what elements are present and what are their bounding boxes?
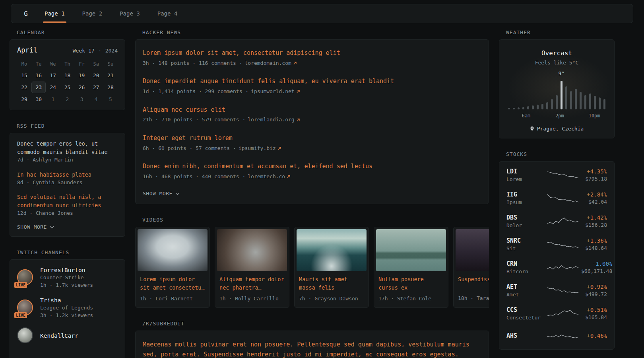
hn-item-title[interactable]: Aliquam nec cursus elit bbox=[143, 105, 481, 115]
rss-item[interactable]: Sed volutpat nulla nisl, a condimentum n… bbox=[17, 193, 118, 217]
video-card[interactable]: Mauris sit amet massa felis 7h · Grayson… bbox=[294, 227, 369, 308]
twitch-widget: TWITCH CHANNELS LIVE ForrestBurton Count… bbox=[10, 249, 125, 358]
tab-page-2[interactable]: Page 2 bbox=[74, 4, 111, 23]
video-thumbnail[interactable] bbox=[376, 229, 446, 271]
calendar-day[interactable]: 5 bbox=[103, 93, 118, 105]
stock-change: +0.46% bbox=[581, 333, 607, 339]
stock-row[interactable]: IIGIpsum+2.84%$42.04 bbox=[499, 187, 614, 210]
calendar-day[interactable]: 23 bbox=[31, 82, 46, 93]
twitch-channel[interactable]: LIVE Trisha League of Legends 3h · 1.2k … bbox=[17, 297, 118, 319]
video-card[interactable]: Suspendisse diam 18h · Tara bbox=[453, 227, 489, 308]
video-thumbnail[interactable] bbox=[217, 229, 287, 271]
avatar: LIVE bbox=[17, 269, 35, 287]
hn-item-title[interactable]: Donec imperdiet augue tincidunt felis al… bbox=[143, 77, 481, 86]
channel-name[interactable]: Trisha bbox=[40, 297, 93, 304]
channel-name[interactable]: ForrestBurton bbox=[40, 267, 93, 273]
video-title[interactable]: Lorem ipsum dolor sit amet consectetu… bbox=[140, 275, 205, 292]
channel-name[interactable]: KendallCarr bbox=[40, 333, 78, 339]
stock-symbol: DBS bbox=[506, 214, 545, 221]
video-title[interactable]: Mauris sit amet massa felis bbox=[299, 275, 364, 292]
rss-show-more-button[interactable]: SHOW MORE bbox=[17, 224, 118, 230]
stock-info: CRNBitcorn bbox=[506, 260, 545, 274]
calendar-day[interactable]: 28 bbox=[103, 82, 118, 93]
calendar-day[interactable]: 21 bbox=[103, 70, 118, 81]
video-title[interactable]: Aliquam tempor dolor nec pharetra… bbox=[219, 275, 285, 292]
stock-row[interactable]: SNRCSit+1.36%$148.64 bbox=[499, 233, 614, 256]
calendar-day[interactable]: 18 bbox=[60, 70, 74, 81]
hn-domain-link[interactable]: loremtech.co bbox=[248, 173, 291, 181]
hn-item-title[interactable]: Lorem ipsum dolor sit amet, consectetur … bbox=[143, 49, 481, 58]
hn-domain-link[interactable]: ipsumworld.net bbox=[251, 88, 300, 95]
stock-row[interactable]: LDILorem+4.35%$795.18 bbox=[499, 163, 614, 187]
rss-item-title[interactable]: Donec tempor eros leo, ut commodo mauris… bbox=[17, 140, 118, 156]
calendar-day[interactable]: 20 bbox=[89, 70, 103, 81]
hn-show-more-button[interactable]: SHOW MORE bbox=[143, 191, 481, 197]
video-card[interactable]: Aliquam tempor dolor nec pharetra… 1h · … bbox=[215, 227, 289, 308]
reddit-post-title[interactable]: Maecenas mollis pulvinar erat non posuer… bbox=[143, 340, 481, 358]
video-thumbnail[interactable] bbox=[138, 229, 208, 271]
weather-location-label: Prague, Czechia bbox=[537, 126, 584, 132]
calendar-week: Week 17 bbox=[73, 48, 95, 54]
calendar-day[interactable]: 2 bbox=[60, 93, 74, 105]
calendar-day[interactable]: 25 bbox=[60, 82, 74, 93]
stock-change: +0.51% bbox=[581, 307, 607, 313]
hn-domain-link[interactable]: loremlandia.org bbox=[248, 116, 300, 124]
hn-item-title[interactable]: Donec enim nibh, condimentum et accumsan… bbox=[143, 162, 481, 171]
hn-domain-link[interactable]: ipsumify.biz bbox=[239, 145, 281, 152]
calendar-day[interactable]: 22 bbox=[17, 82, 31, 93]
video-card[interactable]: Nullam posuere cursus ex 17h · Stefan Co… bbox=[374, 227, 448, 308]
stock-symbol: LDI bbox=[506, 168, 545, 175]
calendar-day[interactable]: 29 bbox=[17, 93, 31, 105]
stock-row[interactable]: AETAmet+0.92%$499.72 bbox=[499, 279, 614, 302]
hackernews-card: Lorem ipsum dolor sit amet, consectetur … bbox=[135, 39, 489, 204]
calendar-day[interactable]: 17 bbox=[46, 70, 60, 81]
video-card[interactable]: Lorem ipsum dolor sit amet consectetu… 1… bbox=[135, 227, 210, 308]
rss-item[interactable]: In hac habitasse platea 8d · Cynthia Sau… bbox=[17, 171, 118, 187]
stock-info: AETAmet bbox=[506, 283, 545, 298]
calendar-day[interactable]: 4 bbox=[89, 93, 103, 105]
tab-page-1[interactable]: Page 1 bbox=[36, 4, 74, 23]
tab-page-3[interactable]: Page 3 bbox=[111, 4, 149, 23]
stock-symbol: AHS bbox=[506, 332, 545, 339]
stock-row[interactable]: DBSDolor+1.42%$156.28 bbox=[499, 210, 614, 233]
calendar-day[interactable]: 27 bbox=[89, 82, 103, 93]
stock-row[interactable]: CCSConsectetur+0.51%$165.84 bbox=[499, 302, 614, 325]
video-title[interactable]: Nullam posuere cursus ex bbox=[378, 275, 444, 292]
stock-name: Bitcorn bbox=[506, 268, 545, 274]
calendar-week-year: Week 17 · 2024 bbox=[73, 47, 118, 54]
calendar-day[interactable]: 19 bbox=[75, 70, 89, 81]
hn-item-title[interactable]: Integer eget rutrum lorem bbox=[143, 134, 481, 143]
tab-page-4[interactable]: Page 4 bbox=[149, 4, 186, 23]
calendar-day[interactable]: 1 bbox=[46, 93, 60, 105]
calendar-day[interactable]: 30 bbox=[31, 93, 46, 105]
rss-item-title[interactable]: In hac habitasse platea bbox=[17, 171, 118, 179]
weather-bar bbox=[513, 108, 515, 109]
live-badge: LIVE bbox=[14, 282, 27, 288]
calendar-day[interactable]: 16 bbox=[31, 70, 46, 81]
calendar-day[interactable]: 3 bbox=[75, 93, 89, 105]
weather-bar bbox=[594, 96, 596, 109]
calendar-day[interactable]: 26 bbox=[75, 82, 89, 93]
left-column: CALENDAR April Week 17 · 2024 MoTuWeThFr… bbox=[10, 29, 125, 358]
video-thumbnail[interactable] bbox=[297, 229, 367, 271]
rss-item[interactable]: Donec tempor eros leo, ut commodo mauris… bbox=[17, 140, 118, 164]
stock-row[interactable]: AHS+0.46% bbox=[499, 325, 614, 347]
stock-numbers: +1.42%$156.28 bbox=[581, 214, 607, 228]
stock-row[interactable]: CRNBitcorn-1.00%$66,171.48 bbox=[499, 256, 614, 279]
calendar-day[interactable]: 15 bbox=[17, 70, 31, 81]
video-thumbnail[interactable] bbox=[456, 229, 489, 271]
video-title[interactable]: Suspendisse diam bbox=[458, 275, 489, 292]
live-badge: LIVE bbox=[14, 312, 27, 318]
stock-change: +1.36% bbox=[581, 237, 607, 244]
hn-domain-link[interactable]: loremdomain.com bbox=[244, 60, 297, 67]
stock-sparkline bbox=[545, 329, 581, 343]
avatar: LIVE bbox=[17, 300, 35, 317]
stock-numbers: -1.00%$66,171.48 bbox=[581, 261, 612, 274]
twitch-channel[interactable]: KendallCarr bbox=[17, 327, 118, 345]
stock-info: LDILorem bbox=[506, 168, 545, 182]
hn-item: Donec imperdiet augue tincidunt felis al… bbox=[143, 77, 481, 95]
calendar-day[interactable]: 24 bbox=[46, 82, 60, 93]
twitch-channel[interactable]: LIVE ForrestBurton Counter-Strike 1h · 1… bbox=[17, 267, 118, 289]
rss-item-title[interactable]: Sed volutpat nulla nisl, a condimentum n… bbox=[17, 193, 118, 210]
channel-avatar bbox=[17, 327, 33, 343]
